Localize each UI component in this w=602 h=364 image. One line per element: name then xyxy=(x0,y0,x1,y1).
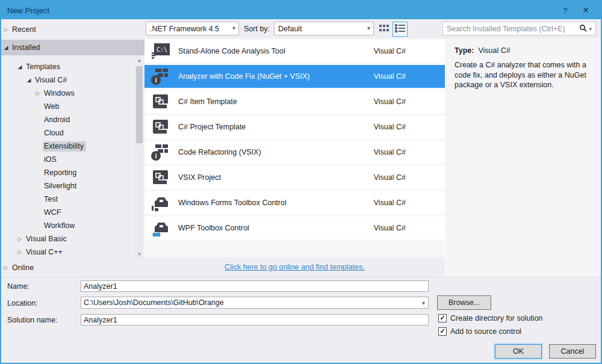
template-item-category: Visual C# xyxy=(374,72,406,81)
scroll-up-icon[interactable]: ▲ xyxy=(135,57,143,65)
scroll-down-icon[interactable]: ▼ xyxy=(135,250,143,259)
chevron-down-icon: ▾ xyxy=(232,25,235,31)
main-column: .NET Framework 4.5 ▾ Sort by: Default ▾ xyxy=(144,19,601,277)
tree-item-label: WCF xyxy=(43,208,63,218)
source-control-checkbox[interactable]: Add to source control xyxy=(438,327,521,336)
tree-item[interactable]: Visual Basic xyxy=(1,232,135,245)
tree-expander-icon[interactable] xyxy=(33,90,43,96)
tree-item[interactable]: Templates xyxy=(1,60,135,73)
sort-select[interactable]: Default ▾ xyxy=(274,22,374,35)
help-icon[interactable]: ? xyxy=(555,1,576,19)
tree-expander-icon[interactable] xyxy=(24,77,34,83)
cancel-button[interactable]: Cancel xyxy=(549,344,596,359)
tree-item[interactable]: Windows xyxy=(1,87,135,100)
tree-item[interactable]: Reporting xyxy=(1,166,135,179)
svg-text:i: i xyxy=(155,76,157,84)
tree-item-label: Android xyxy=(43,115,72,125)
tree-item-label: Reporting xyxy=(43,168,79,178)
tree-item[interactable]: Extensibility xyxy=(1,140,135,153)
tree-item-label: Visual Basic xyxy=(25,234,69,244)
tree-items: Templates Visual C# Windows Web xyxy=(1,60,144,259)
template-item[interactable]: C:\ i xyxy=(144,191,445,214)
tree-item-installed[interactable]: Installed xyxy=(1,40,144,55)
grid-view-button[interactable] xyxy=(377,22,392,37)
go-online-link[interactable]: Click here to go online and find templat… xyxy=(225,263,365,271)
chevron-down-icon: ▾ xyxy=(367,25,370,31)
source-control-label: Add to source control xyxy=(450,327,521,336)
search-icon[interactable] xyxy=(579,23,587,34)
grid-view-icon xyxy=(379,24,389,35)
chevron-collapsed-icon[interactable] xyxy=(1,265,11,271)
template-item-icon-slot: C:\ i xyxy=(150,67,171,85)
tree-scrollbar[interactable]: ▲ ▼ xyxy=(135,57,143,259)
tree-item-label: Test xyxy=(43,194,60,205)
tree-item[interactable]: Visual C# xyxy=(1,73,135,87)
solution-name-input[interactable] xyxy=(81,314,429,325)
tree-item[interactable]: Cloud xyxy=(1,126,135,140)
template-item-category: Visual C# xyxy=(374,47,406,55)
titlebar[interactable]: New Project ? ✕ xyxy=(1,1,601,19)
template-list-column: C:\ i xyxy=(144,39,445,277)
location-input[interactable] xyxy=(81,298,422,307)
framework-select[interactable]: .NET Framework 4.5 ▾ xyxy=(146,22,239,35)
template-item[interactable]: C:\ i xyxy=(144,65,445,88)
svg-text:C:\: C:\ xyxy=(157,46,167,53)
template-item[interactable]: C:\ i xyxy=(144,40,445,63)
tree-item-label: Recent xyxy=(11,25,39,35)
solution-name-label: Solution name: xyxy=(7,316,57,324)
list-view-button[interactable] xyxy=(393,22,408,37)
online-link-strip: Click here to go online and find templat… xyxy=(144,258,445,277)
template-item[interactable]: C:\ i xyxy=(144,141,445,164)
tree-expander-icon[interactable] xyxy=(15,236,25,242)
tree-expander-icon[interactable] xyxy=(15,64,25,70)
name-label: Name: xyxy=(7,282,29,291)
template-list: C:\ i xyxy=(144,39,445,258)
scrollbar-thumb[interactable] xyxy=(136,66,143,143)
tree-item-online[interactable]: Online xyxy=(1,260,144,276)
tree-item[interactable]: WCF xyxy=(1,206,135,219)
template-item-category: Visual C# xyxy=(374,148,406,156)
name-input[interactable] xyxy=(81,280,429,292)
tree-item-label: Cloud xyxy=(43,128,66,138)
template-item[interactable]: C:\ i xyxy=(144,166,445,189)
chevron-down-icon[interactable]: ▾ xyxy=(589,26,592,32)
window-title: New Project xyxy=(1,6,555,15)
location-combobox[interactable]: ▾ xyxy=(81,297,429,309)
tree-item-recent[interactable]: Recent xyxy=(1,23,144,36)
close-icon[interactable]: ✕ xyxy=(576,1,596,19)
template-info-panel: Type: Visual C# Create a C# analyzer tha… xyxy=(445,39,602,277)
tree-item[interactable]: Workflow xyxy=(1,219,135,232)
template-item-category: Visual C# xyxy=(374,173,406,182)
framework-select-value: .NET Framework 4.5 xyxy=(150,25,219,33)
winforms-toolbox-icon xyxy=(150,194,171,212)
tree-item[interactable]: Android xyxy=(1,113,135,126)
ok-button[interactable]: OK xyxy=(495,344,542,359)
tree-item[interactable]: Visual C++ xyxy=(1,245,135,259)
tree-item[interactable]: iOS xyxy=(1,153,135,166)
tree-item[interactable]: Silverlight xyxy=(1,179,135,193)
tree-item-label: Workflow xyxy=(43,221,77,231)
tree-item-label: iOS xyxy=(43,155,59,165)
chevron-expanded-icon[interactable] xyxy=(1,45,11,51)
template-item[interactable]: C:\ i xyxy=(144,217,445,239)
search-input[interactable]: Search Installed Templates (Ctrl+E) ▾ xyxy=(442,22,596,35)
tree-expander-icon[interactable] xyxy=(15,249,25,255)
create-directory-checkbox[interactable]: Create directory for solution xyxy=(438,314,543,322)
tree-item-label: Web xyxy=(43,102,61,112)
template-item-icon-slot: C:\ i xyxy=(150,219,171,237)
checkbox-icon[interactable] xyxy=(438,314,447,322)
browse-button[interactable]: Browse... xyxy=(437,295,491,310)
template-item[interactable]: C:\ i xyxy=(144,90,445,113)
tree-item[interactable]: Web xyxy=(1,100,135,113)
tree-item-label: Installed xyxy=(11,43,43,53)
chevron-down-icon[interactable]: ▾ xyxy=(422,300,428,306)
vsix-template-icon xyxy=(150,118,171,136)
template-item[interactable]: C:\ i xyxy=(144,116,445,138)
checkbox-icon[interactable] xyxy=(438,327,447,336)
chevron-collapsed-icon[interactable] xyxy=(1,26,11,32)
location-label: Location: xyxy=(7,299,38,307)
dialog-content: Recent Installed Templates Visual C# xyxy=(1,19,601,277)
tree-item-label: Visual C++ xyxy=(25,247,65,258)
tree-item[interactable]: Test xyxy=(1,193,135,206)
tree-item-label: Windows xyxy=(43,88,77,99)
